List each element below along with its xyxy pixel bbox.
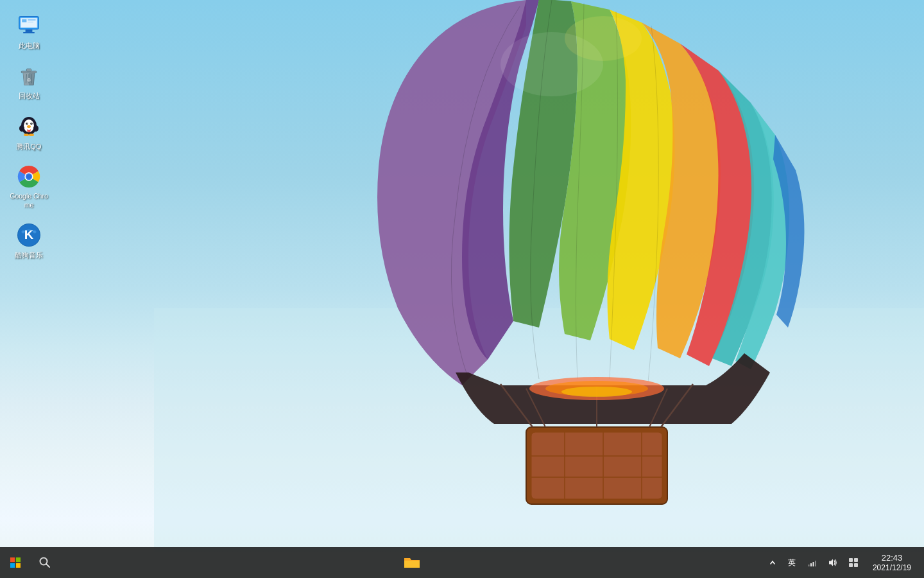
svg-rect-67 [849, 558, 853, 562]
wallpaper-balloon [154, 0, 924, 552]
svg-point-41 [27, 125, 31, 128]
qq-icon-label: 腾讯QQ [16, 142, 41, 151]
clock-date: 2021/12/19 [873, 563, 911, 572]
show-hidden-icons-button[interactable] [765, 548, 780, 577]
svg-rect-56 [10, 557, 15, 562]
svg-rect-64 [812, 562, 814, 566]
system-tray: 英 [765, 548, 924, 577]
desktop-icon-recycle[interactable]: ♻ 回收站 [3, 58, 55, 105]
kugou-icon: K [16, 222, 42, 248]
kugou-icon-label: 酷狗音乐 [15, 250, 43, 259]
svg-rect-24 [22, 19, 26, 22]
recycle-icon-label: 回收站 [19, 91, 40, 100]
svg-point-39 [27, 123, 28, 123]
chrome-icon [16, 164, 42, 189]
taskbar: 英 [0, 547, 924, 578]
language-indicator[interactable]: 英 [783, 548, 801, 577]
notification-icon-button[interactable] [844, 548, 862, 577]
taskbar-search-button[interactable] [31, 548, 59, 577]
svg-rect-68 [854, 558, 858, 562]
svg-rect-57 [16, 557, 21, 562]
svg-point-38 [30, 122, 33, 125]
desktop-icon-computer[interactable]: 此电脑 [3, 8, 55, 55]
taskbar-file-explorer-button[interactable] [398, 548, 426, 577]
network-icon-button[interactable] [803, 548, 821, 577]
svg-rect-58 [10, 563, 15, 568]
svg-point-40 [31, 123, 32, 123]
svg-rect-66 [808, 565, 809, 566]
svg-rect-31 [26, 69, 31, 71]
volume-icon-button[interactable] [824, 548, 842, 577]
svg-rect-62 [404, 560, 420, 561]
svg-point-3 [565, 16, 642, 61]
start-button[interactable] [0, 547, 31, 578]
svg-point-43 [33, 125, 38, 132]
qq-icon [16, 114, 42, 139]
desktop-icon-qq[interactable]: 腾讯QQ [3, 109, 55, 156]
svg-point-37 [26, 122, 28, 125]
computer-icon [16, 13, 42, 39]
svg-point-42 [19, 125, 24, 132]
taskbar-pinned-apps [59, 548, 765, 577]
desktop-icons-container: 此电脑 ♻ [0, 6, 58, 266]
svg-rect-21 [26, 30, 33, 32]
svg-rect-69 [849, 563, 853, 567]
svg-text:♻: ♻ [27, 77, 31, 83]
svg-rect-63 [810, 563, 812, 566]
svg-rect-5 [531, 432, 662, 499]
svg-point-18 [561, 387, 632, 397]
recycle-icon: ♻ [16, 63, 42, 89]
desktop-icon-chrome[interactable]: Google Chrome [3, 159, 55, 215]
svg-point-44 [24, 134, 29, 136]
svg-rect-22 [23, 32, 35, 33]
svg-line-61 [47, 565, 50, 568]
svg-point-50 [26, 174, 31, 179]
taskbar-clock[interactable]: 22:43 2021/12/19 [865, 548, 919, 577]
desktop-icon-kugou[interactable]: K 酷狗音乐 [3, 217, 55, 265]
language-label: 英 [788, 557, 796, 568]
svg-rect-59 [16, 563, 21, 568]
computer-icon-label: 此电脑 [19, 41, 40, 50]
chrome-icon-label: Google Chrome [7, 192, 51, 209]
svg-point-45 [29, 134, 34, 136]
clock-time: 22:43 [882, 553, 903, 563]
svg-rect-26 [28, 22, 33, 22]
svg-rect-70 [854, 563, 858, 567]
svg-rect-25 [28, 19, 36, 21]
svg-rect-65 [815, 561, 816, 566]
desktop: 此电脑 ♻ [0, 0, 924, 578]
